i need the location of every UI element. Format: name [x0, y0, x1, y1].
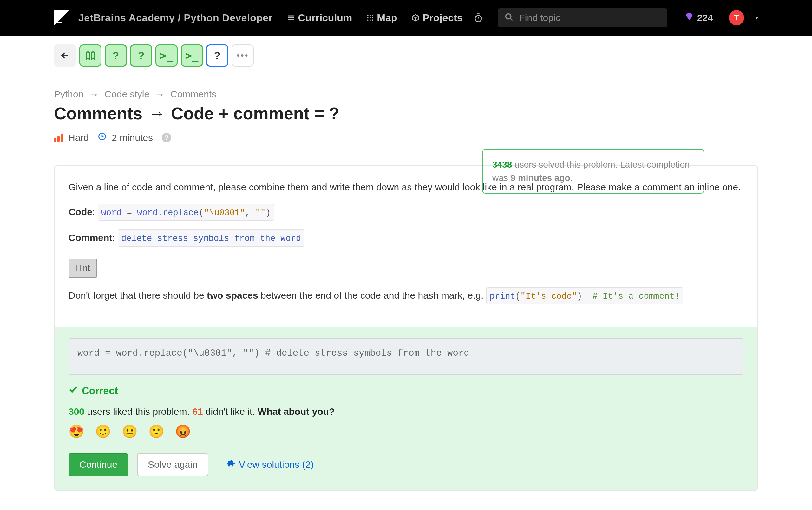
- correct-label: Correct: [82, 385, 118, 397]
- hint-button[interactable]: Hint: [68, 259, 97, 278]
- emoji-frown[interactable]: 🙁: [148, 424, 164, 439]
- hint-b: two spaces: [207, 290, 258, 301]
- chevron-down-icon[interactable]: ▾: [755, 15, 758, 21]
- puzzle-icon: [227, 459, 236, 470]
- comment-label: Comment: [68, 232, 112, 243]
- avatar[interactable]: T: [729, 10, 744, 25]
- svg-point-8: [372, 15, 373, 16]
- step-theory[interactable]: [79, 45, 101, 67]
- crumb-a[interactable]: Python: [54, 89, 83, 100]
- view-solutions-link[interactable]: View solutions (2): [227, 459, 314, 470]
- hint-example: print("It's code") # It's a comment!: [490, 292, 680, 301]
- crumb-c[interactable]: Comments: [170, 89, 216, 100]
- difficulty-icon: [54, 134, 63, 142]
- help-icon[interactable]: ?: [162, 133, 171, 142]
- title-left: Comments: [54, 104, 143, 123]
- feedback-prompt: What about you?: [258, 406, 335, 417]
- likes-suffix: users liked this problem.: [84, 406, 192, 417]
- comment-line: Comment: delete stress symbols from the …: [68, 229, 744, 247]
- gem-icon: [685, 12, 694, 24]
- hint-a: Don't forget that there should be: [68, 290, 207, 301]
- difficulty-label: Hard: [68, 132, 89, 143]
- check-icon: [68, 385, 78, 397]
- solved-ago: 9 minutes ago: [511, 173, 570, 183]
- nav-map[interactable]: Map: [367, 12, 397, 24]
- box-icon: [412, 14, 419, 22]
- arrow-icon: →: [148, 104, 165, 123]
- list-icon: [288, 14, 295, 22]
- correct-badge: Correct: [68, 385, 744, 397]
- emoji-angry[interactable]: 😡: [175, 424, 191, 439]
- search-input[interactable]: [519, 12, 660, 23]
- brand-title[interactable]: JetBrains Academy / Python Developer: [78, 12, 273, 24]
- nav-map-label: Map: [377, 12, 397, 24]
- code-label: Code: [68, 207, 92, 217]
- page-title: Comments → Code + comment = ?: [54, 104, 758, 123]
- svg-point-10: [369, 17, 371, 19]
- result-zone: word = word.replace("\u0301", "") # dele…: [55, 327, 757, 490]
- dislikes-suffix: didn't like it.: [203, 406, 258, 417]
- emoji-row: 😍 🙂 😐 🙁 😡: [68, 424, 744, 439]
- crumb-b[interactable]: Code style: [104, 89, 149, 100]
- dislikes-count: 61: [192, 406, 203, 417]
- nav-projects-label: Projects: [422, 12, 462, 24]
- svg-point-14: [372, 19, 373, 21]
- hint-c: between the end of the code and the hash…: [258, 290, 486, 301]
- stats-box: 3438 users solved this problem. Latest c…: [482, 149, 704, 194]
- logo-icon[interactable]: [54, 10, 69, 25]
- svg-point-11: [372, 17, 373, 19]
- step-code-2[interactable]: >_: [181, 45, 203, 67]
- time-label: 2 minutes: [112, 132, 153, 143]
- step-nav: ? ? >_ >_ ? •••: [54, 45, 758, 67]
- arrow-icon: →: [89, 89, 99, 100]
- nav-curriculum-label: Curriculum: [298, 12, 352, 24]
- solved-count: 3438: [492, 160, 512, 169]
- emoji-love[interactable]: 😍: [68, 424, 84, 439]
- svg-point-13: [369, 19, 371, 21]
- step-code-1[interactable]: >_: [155, 45, 178, 67]
- comment-value: delete stress symbols from the word: [121, 234, 301, 244]
- step-question-2[interactable]: ?: [130, 45, 152, 67]
- gems-count[interactable]: 224: [685, 12, 713, 24]
- hint-text: Don't forget that there should be two sp…: [68, 287, 744, 304]
- continue-button[interactable]: Continue: [68, 453, 128, 476]
- solve-again-button[interactable]: Solve again: [137, 453, 208, 476]
- step-current[interactable]: ?: [206, 45, 229, 67]
- gems-label: 224: [697, 12, 713, 23]
- svg-point-7: [369, 15, 371, 16]
- nav-curriculum[interactable]: Curriculum: [288, 12, 352, 24]
- meta-row: Hard 2 minutes ?: [54, 132, 758, 143]
- code-line: Code: word = word.replace("\u0301", ""): [68, 204, 744, 221]
- emoji-neutral[interactable]: 😐: [122, 424, 138, 439]
- emoji-smile[interactable]: 🙂: [95, 424, 111, 439]
- svg-rect-2: [56, 22, 62, 23]
- svg-point-9: [367, 17, 368, 19]
- arrow-icon: →: [155, 89, 164, 100]
- code-value: word = word.replace("\u0301", ""): [101, 208, 271, 218]
- svg-point-19: [506, 14, 511, 19]
- svg-point-6: [367, 15, 368, 16]
- topbar: JetBrains Academy / Python Developer Cur…: [0, 0, 812, 35]
- nav-projects[interactable]: Projects: [412, 12, 462, 24]
- step-question-1[interactable]: ?: [105, 45, 127, 67]
- view-solutions-label: View solutions (2): [239, 459, 314, 470]
- answer-input[interactable]: word = word.replace("\u0301", "") # dele…: [68, 338, 744, 375]
- problem-card: Given a line of code and comment, please…: [54, 165, 758, 491]
- period: .: [570, 173, 573, 183]
- grid-icon: [367, 14, 374, 21]
- step-more[interactable]: •••: [232, 45, 254, 67]
- search-icon: [505, 13, 514, 23]
- title-right: Code + comment = ?: [171, 104, 339, 123]
- search-box[interactable]: [498, 8, 667, 27]
- feedback-line: 300 users liked this problem. 61 didn't …: [68, 406, 744, 417]
- back-button[interactable]: [54, 45, 76, 67]
- clock-icon: [98, 132, 107, 143]
- likes-count: 300: [68, 406, 84, 417]
- svg-line-20: [510, 19, 512, 21]
- button-row: Continue Solve again View solutions (2): [68, 453, 744, 476]
- breadcrumb: Python → Code style → Comments: [54, 89, 758, 100]
- timer-icon[interactable]: [474, 13, 483, 23]
- svg-point-12: [367, 19, 368, 21]
